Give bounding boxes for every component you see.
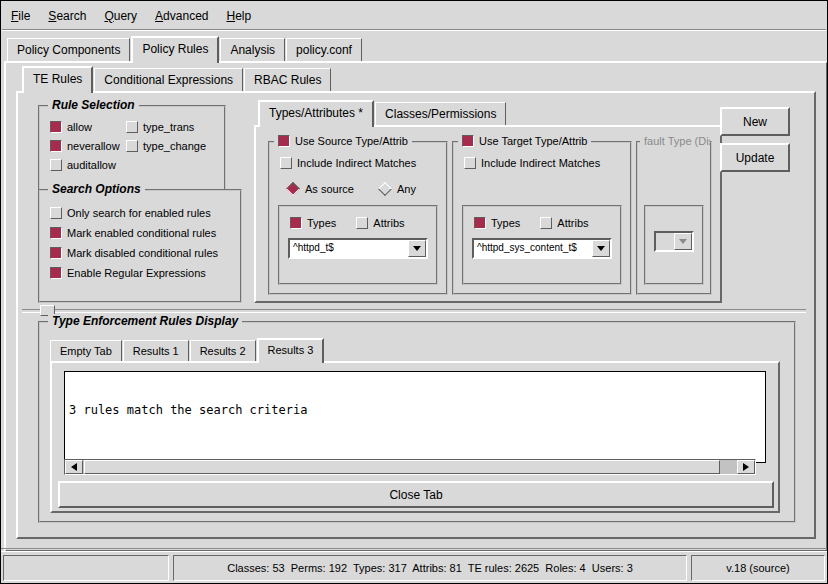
tab-te-rules[interactable]: TE Rules <box>22 66 93 93</box>
radio-indicator <box>540 217 552 229</box>
target-type-combobox[interactable]: ^httpd_sys_content_t$ <box>472 238 612 259</box>
radio-attribs-target[interactable]: Attribs <box>540 217 588 229</box>
checkbox-label: neverallow <box>67 140 120 152</box>
source-type-combobox[interactable]: ^httpd_t$ <box>288 238 428 259</box>
checkbox-indicator <box>126 140 138 152</box>
update-button[interactable]: Update <box>720 143 790 172</box>
results-tabrow: Empty Tab Results 1 Results 2 Results 3 <box>50 337 325 363</box>
results-header-line: 3 rules match the search criteria <box>69 403 761 417</box>
radio-types-target[interactable]: Types <box>474 217 520 229</box>
checkbox-auditallow[interactable]: auditallow <box>50 159 126 171</box>
checkbox-use-target[interactable]: Use Target Type/Attrib <box>458 134 591 148</box>
horizontal-scrollbar[interactable] <box>64 459 756 475</box>
checkbox-indicator <box>50 207 62 219</box>
menu-search[interactable]: Search <box>39 5 95 27</box>
checkbox-allow[interactable]: allow <box>50 121 126 133</box>
results-text-area[interactable]: 3 rules match the search criteria (5822)… <box>64 371 766 463</box>
radio-indicator <box>474 217 486 229</box>
checkbox-mark-enabled-conditional[interactable]: Mark enabled conditional rules <box>50 227 234 239</box>
tab-conditional-expressions[interactable]: Conditional Expressions <box>94 68 243 91</box>
scroll-left-arrow-icon <box>71 463 77 471</box>
source-types-group: Types Attribs ^httpd_t$ <box>278 205 438 285</box>
scrollbar-track[interactable] <box>83 460 737 474</box>
checkbox-indicator <box>50 267 62 279</box>
tab-policy-rules[interactable]: Policy Rules <box>131 36 219 63</box>
status-version: v.18 (source) <box>691 555 825 581</box>
tab-rbac-rules[interactable]: RBAC Rules <box>244 68 331 91</box>
dropdown-arrow-icon[interactable] <box>592 240 610 257</box>
radio-indicator <box>356 217 368 229</box>
tab-results-1[interactable]: Results 1 <box>123 340 189 361</box>
checkbox-label: Enable Regular Expressions <box>67 267 206 279</box>
tab-results-2[interactable]: Results 2 <box>190 340 256 361</box>
menu-advanced-label: A <box>155 9 163 23</box>
tab-policy-conf[interactable]: policy.conf <box>286 38 362 61</box>
blank-line <box>69 445 761 459</box>
checkbox-indicator <box>50 247 62 259</box>
tab-results-3[interactable]: Results 3 <box>257 338 325 363</box>
scrollbar-thumb[interactable] <box>84 460 720 474</box>
rule-selection-options: allow type_trans neverallow type_change … <box>40 107 224 177</box>
radio-indicator <box>378 182 392 196</box>
combobox-value: ^httpd_t$ <box>290 240 408 257</box>
checkbox-label: allow <box>67 121 92 133</box>
tab-classes-permissions[interactable]: Classes/Permissions <box>375 102 506 125</box>
radio-label: Attribs <box>373 217 404 229</box>
status-separator <box>1 548 827 552</box>
checkbox-label: Mark enabled conditional rules <box>67 227 216 239</box>
radio-label: Any <box>397 183 416 195</box>
radio-attribs-source[interactable]: Attribs <box>356 217 404 229</box>
checkbox-label: Use Source Type/Attrib <box>295 134 408 148</box>
radio-types-source[interactable]: Types <box>290 217 336 229</box>
source-role-radios: As source Any <box>286 183 416 195</box>
tab-policy-components[interactable]: Policy Components <box>7 38 130 61</box>
checkbox-label: Include Indirect Matches <box>481 157 600 169</box>
default-type-title: fault Type (Disa <box>640 134 710 148</box>
search-options-title: Search Options <box>48 182 145 196</box>
sub-tabrow: TE Rules Conditional Expressions RBAC Ru… <box>22 67 332 93</box>
checkbox-indicator <box>50 227 62 239</box>
scroll-right-button[interactable] <box>737 460 755 474</box>
tab-types-attributes[interactable]: Types/Attributes * <box>258 100 374 127</box>
close-tab-button[interactable]: Close Tab <box>58 481 774 508</box>
checkbox-only-enabled-rules[interactable]: Only search for enabled rules <box>50 207 234 219</box>
menu-file[interactable]: File <box>2 5 39 27</box>
target-types-group: Types Attribs ^httpd_sys_content_t$ <box>462 205 622 285</box>
menu-query-label: Q <box>104 9 113 23</box>
menu-help[interactable]: Help <box>217 5 260 27</box>
checkbox-label: Mark disabled conditional rules <box>67 247 218 259</box>
dropdown-arrow-icon[interactable] <box>408 240 426 257</box>
menu-advanced[interactable]: Advanced <box>146 5 217 27</box>
tab-empty-tab[interactable]: Empty Tab <box>50 340 122 361</box>
checkbox-label: Only search for enabled rules <box>67 207 211 219</box>
checkbox-include-indirect-target[interactable]: Include Indirect Matches <box>464 157 600 169</box>
checkbox-mark-disabled-conditional[interactable]: Mark disabled conditional rules <box>50 247 234 259</box>
scroll-left-button[interactable] <box>65 460 83 474</box>
checkbox-include-indirect-source[interactable]: Include Indirect Matches <box>280 157 416 169</box>
checkbox-enable-regex[interactable]: Enable Regular Expressions <box>50 267 234 279</box>
rule-selection-title: Rule Selection <box>48 98 139 112</box>
tab-analysis[interactable]: Analysis <box>220 38 285 61</box>
combobox-value: ^httpd_sys_content_t$ <box>474 240 592 257</box>
radio-any[interactable]: Any <box>378 183 416 195</box>
checkbox-neverallow[interactable]: neverallow <box>50 140 126 152</box>
checkbox-label: Include Indirect Matches <box>297 157 416 169</box>
results-title: Type Enforcement Rules Display <box>48 314 242 328</box>
default-type-frame: fault Type (Disa <box>636 141 712 295</box>
checkbox-type-trans[interactable]: type_trans <box>126 121 218 133</box>
radio-as-source[interactable]: As source <box>286 183 354 195</box>
checkbox-use-source[interactable]: Use Source Type/Attrib <box>274 134 412 148</box>
ta-tabrow: Types/Attributes * Classes/Permissions <box>258 101 507 127</box>
status-stats: Classes: 53 Perms: 192 Types: 317 Attrib… <box>173 555 687 581</box>
menu-query[interactable]: Query <box>95 5 146 27</box>
checkbox-indicator <box>126 121 138 133</box>
checkbox-type-change[interactable]: type_change <box>126 140 218 152</box>
results-frame: Type Enforcement Rules Display Empty Tab… <box>38 321 796 523</box>
dropdown-arrow-icon <box>674 233 692 250</box>
combobox-value <box>656 233 674 250</box>
checkbox-indicator <box>462 135 474 147</box>
checkbox-label: auditallow <box>67 159 116 171</box>
new-button[interactable]: New <box>720 107 790 136</box>
pane-sash <box>22 309 806 313</box>
radio-label: Attribs <box>557 217 588 229</box>
